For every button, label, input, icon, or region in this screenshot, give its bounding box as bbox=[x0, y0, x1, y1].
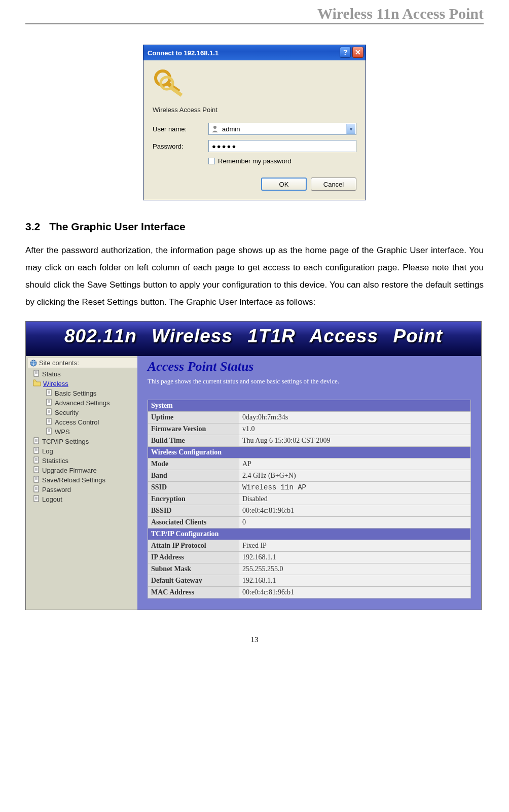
table-row: MAC Address00:e0:4c:81:96:b1 bbox=[148, 587, 471, 598]
table-category-label: System bbox=[148, 400, 471, 412]
table-key: Uptime bbox=[148, 412, 239, 423]
sidebar-item-label: Advanced Settings bbox=[55, 399, 110, 407]
sidebar-item-save-reload-settings[interactable]: Save/Reload Settings bbox=[28, 475, 137, 485]
password-value: ●●●●● bbox=[212, 143, 237, 150]
document-icon bbox=[33, 485, 40, 494]
folder-icon bbox=[33, 379, 41, 388]
svg-rect-42 bbox=[34, 467, 39, 473]
content-heading: Access Point Status bbox=[148, 359, 471, 374]
table-value: AP bbox=[239, 458, 471, 470]
username-field[interactable]: admin ▼ bbox=[208, 123, 356, 135]
svg-rect-34 bbox=[34, 447, 39, 453]
table-key: Subnet Mask bbox=[148, 563, 239, 575]
sidebar-item-statistics[interactable]: Statistics bbox=[28, 456, 137, 466]
table-row: Associated Clients0 bbox=[148, 517, 471, 528]
sidebar-item-label: Status bbox=[42, 370, 61, 378]
dialog-title: Connect to 192.168.1.1 bbox=[148, 49, 219, 57]
sidebar-item-password[interactable]: Password bbox=[28, 485, 137, 495]
document-icon bbox=[46, 418, 53, 427]
document-icon bbox=[46, 389, 53, 398]
table-key: BSSID bbox=[148, 505, 239, 517]
table-value: 192.168.1.1 bbox=[239, 552, 471, 563]
close-icon[interactable]: ✕ bbox=[352, 47, 363, 58]
sidebar-item-wireless[interactable]: Wireless bbox=[28, 379, 137, 389]
table-key: Build Time bbox=[148, 435, 239, 447]
table-row: Default Gateway192.168.1.1 bbox=[148, 575, 471, 587]
table-key: MAC Address bbox=[148, 587, 239, 598]
table-row: IP Address192.168.1.1 bbox=[148, 552, 471, 563]
document-icon bbox=[46, 428, 53, 436]
page-header: Wireless 11n Access Point bbox=[25, 5, 484, 24]
table-row: Build TimeThu Aug 6 15:30:02 CST 2009 bbox=[148, 435, 471, 447]
document-icon bbox=[33, 447, 40, 455]
ok-button[interactable]: OK bbox=[261, 178, 307, 191]
svg-rect-6 bbox=[34, 370, 39, 376]
document-icon bbox=[33, 476, 40, 484]
document-icon bbox=[46, 408, 53, 417]
password-label: Password: bbox=[153, 143, 208, 150]
table-value: v1.0 bbox=[239, 423, 471, 435]
sidebar-item-security[interactable]: Security bbox=[28, 408, 137, 417]
document-icon bbox=[46, 399, 53, 407]
table-row: BSSID00:e0:4c:81:96:b1 bbox=[148, 505, 471, 517]
sidebar-item-log[interactable]: Log bbox=[28, 446, 137, 456]
svg-rect-10 bbox=[47, 390, 51, 396]
sidebar-item-advanced-settings[interactable]: Advanced Settings bbox=[28, 398, 137, 408]
sidebar-item-status[interactable]: Status bbox=[28, 369, 137, 379]
document-icon bbox=[33, 466, 40, 475]
sidebar-item-wps[interactable]: WPS bbox=[28, 427, 137, 437]
table-row: EncryptionDisabled bbox=[148, 493, 471, 505]
cancel-button[interactable]: Cancel bbox=[311, 178, 356, 191]
table-category-row: TCP/IP Configuration bbox=[148, 528, 471, 540]
table-category-label: TCP/IP Configuration bbox=[148, 528, 471, 540]
page-number: 13 bbox=[25, 636, 484, 644]
sidebar-item-label: Wireless bbox=[43, 380, 68, 387]
remember-checkbox[interactable] bbox=[208, 158, 215, 164]
sidebar-item-basic-settings[interactable]: Basic Settings bbox=[28, 389, 137, 398]
svg-rect-14 bbox=[47, 399, 51, 405]
table-value: 2.4 GHz (B+G+N) bbox=[239, 470, 471, 482]
document-icon bbox=[33, 495, 40, 504]
content-subtitle: This page shows the current status and s… bbox=[148, 377, 471, 385]
chevron-down-icon[interactable]: ▼ bbox=[346, 124, 355, 134]
document-icon bbox=[33, 437, 40, 446]
table-value: 0day:0h:7m:34s bbox=[239, 412, 471, 423]
svg-rect-54 bbox=[34, 496, 39, 502]
document-icon bbox=[33, 456, 40, 465]
sidebar-item-label: Security bbox=[55, 409, 79, 416]
sidebar-item-label: Basic Settings bbox=[55, 390, 96, 397]
help-icon[interactable]: ? bbox=[340, 47, 351, 58]
svg-rect-50 bbox=[34, 486, 39, 492]
remember-label: Remember my password bbox=[218, 157, 292, 165]
svg-rect-30 bbox=[34, 438, 39, 444]
status-table: SystemUptime0day:0h:7m:34sFirmware Versi… bbox=[148, 400, 471, 598]
sidebar-item-access-control[interactable]: Access Control bbox=[28, 417, 137, 427]
table-key: Band bbox=[148, 470, 239, 482]
table-value: 00:e0:4c:81:96:b1 bbox=[239, 505, 471, 517]
svg-rect-18 bbox=[47, 409, 51, 415]
table-category-label: Wireless Configuration bbox=[148, 447, 471, 458]
sidebar-item-logout[interactable]: Logout bbox=[28, 495, 137, 504]
table-row: Firmware Versionv1.0 bbox=[148, 423, 471, 435]
svg-rect-26 bbox=[47, 428, 51, 434]
login-dialog: Connect to 192.168.1.1 ? ✕ Wireless Acce… bbox=[143, 45, 366, 200]
sidebar-item-upgrade-firmware[interactable]: Upgrade Firmware bbox=[28, 466, 137, 475]
gui-content: Access Point Status This page shows the … bbox=[137, 356, 481, 610]
server-name: Wireless Access Point bbox=[153, 106, 356, 114]
table-key: Default Gateway bbox=[148, 575, 239, 587]
section-title: The Graphic User Interface bbox=[49, 221, 185, 232]
sidebar-item-label: Save/Reload Settings bbox=[42, 476, 105, 484]
password-field[interactable]: ●●●●● bbox=[208, 140, 356, 152]
svg-point-4 bbox=[213, 126, 216, 129]
section-heading: 3.2The Graphic User Interface bbox=[25, 221, 484, 233]
section-number: 3.2 bbox=[25, 221, 40, 232]
table-value: Wireless 11n AP bbox=[239, 482, 471, 493]
gui-banner: 802.11n Wireless 1T1R Access Point bbox=[26, 322, 481, 356]
sidebar-item-label: WPS bbox=[55, 428, 70, 436]
sidebar-item-label: TCP/IP Settings bbox=[42, 438, 89, 445]
table-key: SSID bbox=[148, 482, 239, 493]
sidebar-item-label: Statistics bbox=[42, 457, 68, 465]
sidebar-item-label: Log bbox=[42, 447, 53, 455]
document-icon bbox=[33, 370, 40, 378]
sidebar-item-tcp-ip-settings[interactable]: TCP/IP Settings bbox=[28, 437, 137, 446]
